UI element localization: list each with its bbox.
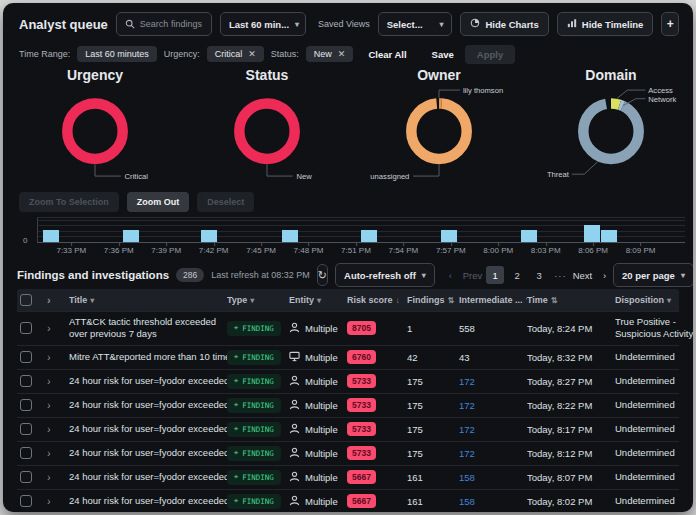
time-range-dropdown[interactable]: Last 60 min... ▾ (220, 12, 306, 36)
row-checkbox[interactable] (20, 447, 32, 459)
row-checkbox[interactable] (20, 471, 32, 483)
clear-all-button[interactable]: Clear All (368, 49, 406, 60)
intermediate-count[interactable]: 158 (459, 492, 527, 511)
prev-page-button[interactable]: ‹ Prev (449, 270, 482, 281)
select-all-checkbox[interactable] (17, 294, 43, 306)
add-view-button[interactable]: + (661, 12, 679, 36)
table-row[interactable]: ›24 hour risk for user=fyodor exceeded⌖F… (17, 369, 679, 393)
intermediate-count[interactable]: 172 (459, 396, 527, 415)
timeline-bar[interactable] (441, 230, 457, 242)
next-page-button[interactable]: Next › (573, 270, 606, 281)
page-button-1[interactable]: 1 (486, 266, 504, 284)
table-row[interactable]: ›24 hour risk for user=fyodor exceeded⌖F… (17, 489, 679, 512)
finding-title[interactable]: 24 hour risk for user=fyodor exceeded (69, 467, 227, 487)
zoom-to-selection-button[interactable]: Zoom To Selection (19, 192, 119, 212)
timeline-bar[interactable] (43, 230, 59, 242)
status-chart-title: Status (246, 67, 289, 83)
row-checkbox[interactable] (20, 495, 32, 507)
status-chip[interactable]: New ✕ (306, 46, 354, 62)
pagination-ellipsis[interactable]: ··· (554, 270, 567, 281)
column-header-type[interactable]: Type▾ (227, 295, 289, 305)
findings-count: 175 (407, 396, 459, 415)
zoom-out-button[interactable]: Zoom Out (127, 192, 190, 212)
remove-urgency-filter-icon[interactable]: ✕ (248, 49, 256, 59)
refresh-button[interactable]: ↻ (317, 264, 328, 286)
domain-slice-Threat[interactable] (583, 103, 638, 158)
per-page-dropdown[interactable]: 20 per page ▾ (613, 263, 693, 287)
page-button-2[interactable]: 2 (508, 266, 526, 284)
expand-row-icon[interactable]: › (43, 395, 69, 415)
intermediate-count[interactable]: 172 (459, 372, 527, 391)
finding-title[interactable]: 24 hour risk for user=fyodor exceeded (69, 443, 227, 463)
refresh-icon: ↻ (318, 269, 327, 282)
table-row[interactable]: ›24 hour risk for user=fyodor exceeded⌖F… (17, 465, 679, 489)
hide-timeline-button[interactable]: Hide Timeline (557, 12, 654, 36)
expand-row-icon[interactable]: › (43, 419, 69, 439)
deselect-button[interactable]: Deselect (197, 192, 254, 212)
table-row[interactable]: ›ATT&CK tactic threshold exceeded over p… (17, 311, 679, 345)
expand-row-icon[interactable]: › (43, 347, 69, 367)
status-slice-New[interactable] (239, 103, 294, 158)
finding-title[interactable]: 24 hour risk for user=fyodor exceeded (69, 371, 227, 391)
search-input[interactable] (116, 12, 212, 36)
column-header-intermediate[interactable]: Intermediate ...⇅ (459, 295, 527, 305)
donut-chart-status[interactable]: StatusNew (181, 65, 353, 189)
column-header-findings[interactable]: Findings⇅ (407, 295, 459, 305)
page-button-3[interactable]: 3 (530, 266, 548, 284)
saved-views-dropdown[interactable]: Select... ▾ (378, 12, 453, 36)
intermediate-count: 43 (459, 348, 527, 367)
row-checkbox[interactable] (20, 351, 32, 363)
owner-slice-unassigned[interactable] (411, 103, 466, 158)
table-row[interactable]: ›24 hour risk for user=fyodor exceeded⌖F… (17, 393, 679, 417)
column-header-disposition[interactable]: Disposition▾ (615, 295, 693, 305)
type-badge: ⌖FINDING (227, 446, 281, 461)
table-row[interactable]: ›24 hour risk for user=fyodor exceeded⌖F… (17, 417, 679, 441)
finding-title[interactable]: Mitre ATT&reported more than 10 times (69, 347, 227, 367)
intermediate-count[interactable]: 172 (459, 444, 527, 463)
urgency-chip[interactable]: Critical ✕ (207, 46, 264, 62)
remove-status-filter-icon[interactable]: ✕ (338, 49, 346, 59)
intermediate-count[interactable]: 158 (459, 468, 527, 487)
donut-chart-owner[interactable]: Ownerlily thomsonunassigned (353, 65, 525, 189)
expand-row-icon[interactable]: › (43, 318, 69, 338)
finding-title[interactable]: ATT&CK tactic threshold exceeded over pr… (69, 312, 227, 345)
timeline-bar[interactable] (601, 230, 617, 242)
apply-button[interactable]: Apply (465, 45, 515, 64)
donut-chart-urgency[interactable]: UrgencyCritical (9, 65, 181, 189)
expand-row-icon[interactable]: › (43, 443, 69, 463)
hide-charts-button[interactable]: Hide Charts (460, 12, 548, 36)
column-header-time[interactable]: Time⇅ (527, 295, 615, 305)
row-checkbox[interactable] (20, 322, 32, 334)
time-range-chip[interactable]: Last 60 minutes (77, 46, 157, 62)
auto-refresh-dropdown[interactable]: Auto-refresh off ▾ (335, 263, 435, 287)
finding-title[interactable]: 24 hour risk for user=fyodor exceeded (69, 395, 227, 415)
timeline-bar[interactable] (361, 230, 377, 242)
table-row[interactable]: ›24 hour risk for user=fyodor exceeded⌖F… (17, 441, 679, 465)
row-checkbox[interactable] (20, 375, 32, 387)
expand-all-icon[interactable]: › (43, 294, 69, 306)
expand-row-icon[interactable]: › (43, 467, 69, 487)
column-header-entity[interactable]: Entity▾ (289, 295, 347, 305)
save-button[interactable]: Save (432, 49, 454, 60)
donut-chart-domain[interactable]: DomainAccessNetworkThreat (525, 65, 693, 189)
expand-row-icon[interactable]: › (43, 491, 69, 511)
finding-title[interactable]: 24 hour risk for user=fyodor exceeded (69, 419, 227, 439)
timeline-bar[interactable] (123, 230, 139, 242)
finding-title[interactable]: 24 hour risk for user=fyodor exceeded (69, 491, 227, 511)
table-row[interactable]: ›Mitre ATT&reported more than 10 times⌖F… (17, 345, 679, 369)
column-header-title[interactable]: Title▾ (69, 295, 227, 305)
time-value: Today, 8:27 PM (527, 372, 615, 391)
timeline-bar[interactable] (201, 230, 217, 242)
intermediate-count[interactable]: 172 (459, 420, 527, 439)
timeline-bar[interactable] (282, 230, 298, 242)
urgency-slice-Critical[interactable] (67, 103, 122, 158)
row-checkbox[interactable] (20, 399, 32, 411)
row-checkbox[interactable] (20, 423, 32, 435)
column-header-risk-score[interactable]: Risk score↓ (347, 295, 407, 305)
timeline-plot-area[interactable] (37, 217, 685, 243)
timeline-bar[interactable] (521, 230, 537, 242)
search-field[interactable] (140, 19, 203, 29)
expand-row-icon[interactable]: › (43, 371, 69, 391)
timeline-bar[interactable] (584, 225, 600, 242)
event-timeline-chart[interactable]: 0 7:33 PM7:36 PM7:39 PM7:42 PM7:45 PM7:4… (3, 215, 693, 261)
